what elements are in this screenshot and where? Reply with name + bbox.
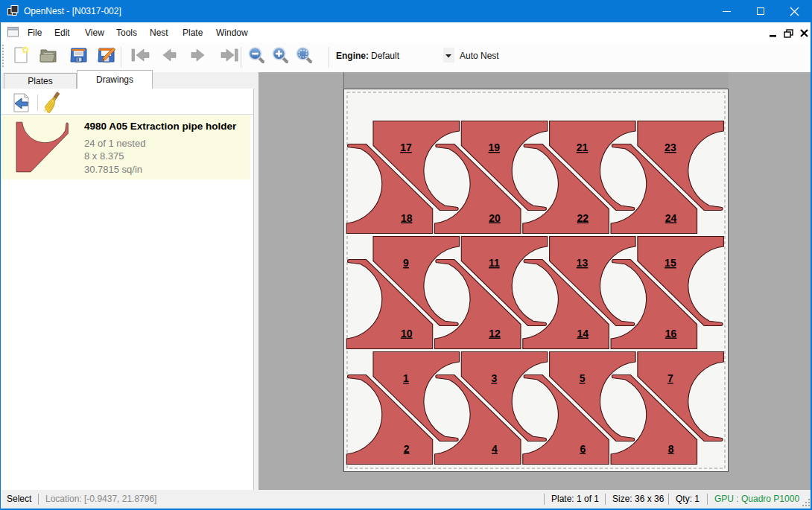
svg-text:6: 6 xyxy=(580,443,586,455)
svg-text:8: 8 xyxy=(668,443,674,455)
svg-text:4: 4 xyxy=(492,443,498,455)
svg-text:12: 12 xyxy=(489,328,501,340)
svg-text:18: 18 xyxy=(401,212,413,224)
svg-text:1: 1 xyxy=(403,372,409,384)
svg-text:2: 2 xyxy=(404,443,410,455)
svg-text:19: 19 xyxy=(489,141,501,153)
svg-text:9: 9 xyxy=(403,257,409,269)
svg-text:14: 14 xyxy=(577,328,589,340)
svg-text:16: 16 xyxy=(665,328,677,340)
svg-text:17: 17 xyxy=(400,141,412,153)
svg-text:15: 15 xyxy=(664,257,676,269)
svg-text:21: 21 xyxy=(577,141,589,153)
svg-text:3: 3 xyxy=(491,372,497,384)
svg-text:20: 20 xyxy=(489,212,501,224)
svg-text:11: 11 xyxy=(489,257,500,269)
svg-text:5: 5 xyxy=(580,372,586,384)
svg-text:22: 22 xyxy=(577,212,589,224)
svg-text:7: 7 xyxy=(667,372,673,384)
svg-text:13: 13 xyxy=(577,257,589,269)
svg-text:24: 24 xyxy=(665,212,677,224)
svg-text:10: 10 xyxy=(401,328,413,340)
svg-text:23: 23 xyxy=(664,141,676,153)
